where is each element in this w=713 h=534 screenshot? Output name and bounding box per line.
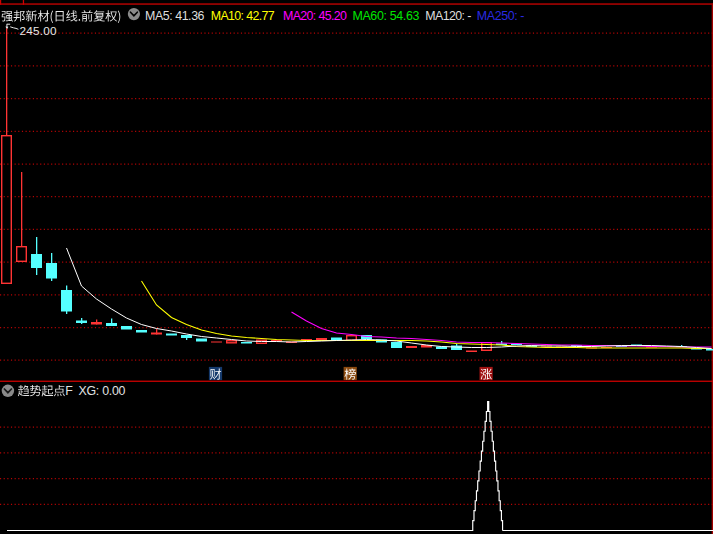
svg-text:MA120: -: MA120: -	[425, 9, 471, 23]
svg-text:F: F	[65, 384, 73, 398]
svg-text:MA250: -: MA250: -	[477, 9, 525, 23]
svg-text:245.00: 245.00	[20, 24, 57, 38]
svg-text:MA5: 41.36: MA5: 41.36	[145, 9, 205, 23]
svg-text:MA20: 45.20: MA20: 45.20	[283, 9, 347, 23]
svg-text:XG: 0.00: XG: 0.00	[79, 384, 126, 398]
svg-text:MA10: 42.77: MA10: 42.77	[211, 9, 275, 23]
svg-text:MA60: 54.63: MA60: 54.63	[352, 9, 419, 23]
